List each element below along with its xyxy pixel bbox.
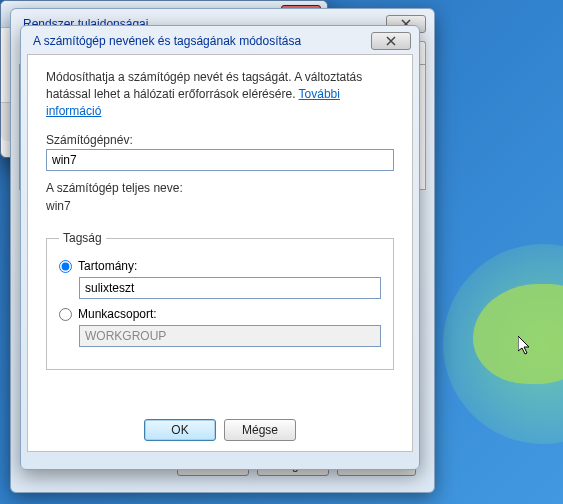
workgroup-input xyxy=(79,325,381,347)
computer-name-input[interactable] xyxy=(46,149,394,171)
workgroup-radio-row[interactable]: Munkacsoport: xyxy=(59,307,381,321)
rename-titlebar: A számítógép nevének és tagságának módos… xyxy=(21,26,419,54)
rename-title: A számítógép nevének és tagságának módos… xyxy=(33,34,301,48)
domain-radio-row[interactable]: Tartomány: xyxy=(59,259,381,273)
computer-name-label: Számítógépnév: xyxy=(46,133,394,147)
domain-input-wrap xyxy=(79,277,381,299)
domain-radio-label: Tartomány: xyxy=(78,259,137,273)
workgroup-radio[interactable] xyxy=(59,308,72,321)
full-name-value: win7 xyxy=(46,197,394,223)
full-name-label: A számítógép teljes neve: xyxy=(46,181,394,195)
domain-input[interactable] xyxy=(79,277,381,299)
close-button[interactable] xyxy=(371,32,411,50)
cancel-button[interactable]: Mégse xyxy=(224,419,296,441)
membership-legend: Tagság xyxy=(59,231,106,245)
membership-fieldset: Tagság Tartomány: Munkacsoport: xyxy=(46,231,394,370)
rename-body: Módosíthatja a számítógép nevét és tagsá… xyxy=(27,54,413,452)
ok-button[interactable]: OK xyxy=(144,419,216,441)
rename-button-row: OK Mégse xyxy=(28,419,412,441)
workgroup-input-wrap xyxy=(79,325,381,347)
rename-dialog: A számítógép nevének és tagságának módos… xyxy=(20,25,420,470)
rename-intro: Módosíthatja a számítógép nevét és tagsá… xyxy=(46,69,394,119)
domain-radio[interactable] xyxy=(59,260,72,273)
workgroup-radio-label: Munkacsoport: xyxy=(78,307,157,321)
